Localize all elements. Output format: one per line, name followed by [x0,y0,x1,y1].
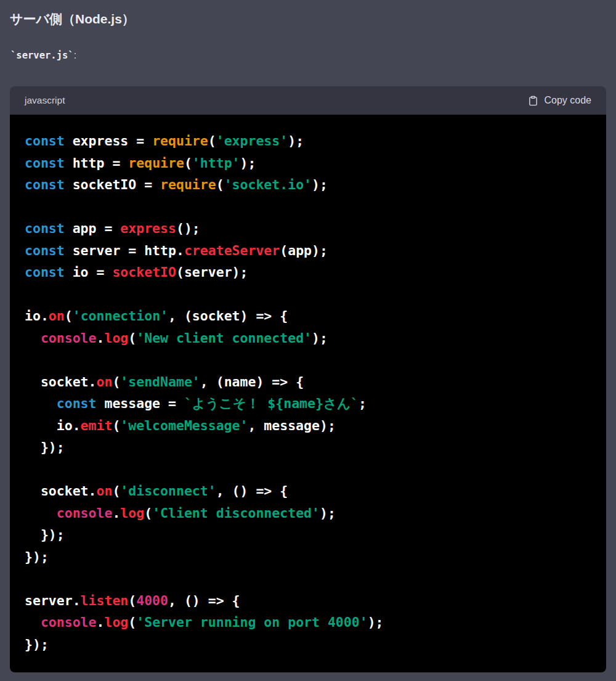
code-line: const io = socketIO(server); [25,261,591,283]
code-token: 'socket.io' [224,177,312,192]
code-token: , () => { [168,593,240,608]
code-line: io.on('connection', (socket) => { [25,305,591,327]
code-token: ; [359,396,367,411]
code-token: 'http' [192,155,240,171]
code-token: 'New client connected' [136,330,312,346]
code-token: 'disconnect' [120,483,216,499]
code-token: const [25,133,65,149]
code-token: ( [216,177,224,192]
code-token: }); [25,527,65,542]
code-token: ); [288,133,304,149]
code-token: 'express' [216,133,288,149]
code-line: io.emit('welcomeMessage', message); [25,415,591,437]
code-token: io = [65,264,113,280]
code-token: const [25,155,65,171]
code-token: ( [184,155,192,171]
code-token: , () => { [216,483,288,499]
code-token: io. [25,418,81,433]
code-line: const http = require('http'); [25,152,591,174]
code-line: socket.on('disconnect', () => { [25,480,591,502]
code-token: require [128,155,184,171]
code-token: ( [144,505,152,521]
code-line [25,349,591,371]
code-token [25,330,41,346]
inline-code-server-js: `server.js` [10,50,74,61]
code-token: . [97,614,105,630]
code-token: http = [65,155,129,171]
code-line: server.listen(4000, () => { [25,590,591,612]
code-token: (server); [176,264,248,280]
code-token: log [120,505,144,521]
code-token [25,614,41,630]
code-content: const express = require('express');const… [10,115,606,672]
code-token: ); [368,614,384,630]
code-line [25,196,591,218]
copy-code-label: Copy code [545,95,592,106]
code-token: . [112,505,120,521]
code-token: createServer [184,243,280,258]
code-token: require [160,177,216,192]
chat-message: サーバ側（Node.js） `server.js`: javascript Co… [0,0,616,681]
code-line: console.log('Server running on port 4000… [25,611,591,634]
code-block-header: javascript Copy code [10,86,606,115]
code-token: ( [128,614,136,630]
code-token: ); [312,330,328,346]
code-line: const socketIO = require('socket.io'); [25,174,591,196]
code-token: on [97,374,113,389]
code-line [25,459,591,481]
code-token: (); [176,221,200,236]
code-token: message = [97,396,184,411]
code-token [25,396,57,411]
code-token: on [49,308,65,324]
code-token: socketIO [112,264,176,280]
file-reference-colon: : [74,50,76,60]
code-token: console [41,330,97,346]
code-token: 'connection' [73,308,168,324]
clipboard-icon [528,95,538,107]
code-token: emit [81,418,113,433]
code-token: , (name) => { [200,374,304,389]
code-token: ( [128,330,136,346]
code-token: ( [128,593,136,608]
code-token: 'welcomeMessage' [120,418,248,433]
page-title: サーバ側（Node.js） [0,0,616,28]
code-token: }); [25,637,49,652]
code-token: `ようこそ！ ${name}さん` [184,396,359,411]
code-token: io. [25,308,49,324]
code-token: ( [112,483,120,499]
code-token: on [97,483,113,499]
code-block: javascript Copy code const express = req… [10,86,606,672]
code-token: ); [312,177,328,192]
code-token: ); [320,505,336,521]
code-token: const [25,243,65,258]
code-token: require [152,133,208,149]
code-token: const [25,177,65,192]
code-token: 4000 [136,593,168,608]
code-token: const [25,221,65,236]
code-line: }); [25,436,591,459]
code-token: ( [112,418,120,433]
code-token: , (socket) => { [168,308,288,324]
copy-code-button[interactable]: Copy code [528,95,592,107]
code-token: ); [240,155,256,171]
code-token: express = [65,133,152,149]
code-line: console.log('Client disconnected'); [25,502,591,524]
code-line: socket.on('sendName', (name) => { [25,371,591,393]
code-token: . [97,330,105,346]
code-token: app = [65,221,121,236]
code-token: }); [25,549,49,565]
code-token: ( [208,133,216,149]
code-token: 'Server running on port 4000' [136,614,367,630]
code-token: 'Client disconnected' [152,505,320,521]
code-line: }); [25,546,591,568]
code-token: const [57,396,97,411]
code-token: log [104,330,128,346]
code-token: console [57,505,113,521]
code-token: const [25,264,65,280]
code-token: , message); [248,418,335,433]
code-token: server. [25,593,81,608]
code-line: const server = http.createServer(app); [25,240,591,262]
code-token: ( [112,374,120,389]
code-line: console.log('New client connected'); [25,327,591,349]
code-token: socket. [25,483,97,499]
